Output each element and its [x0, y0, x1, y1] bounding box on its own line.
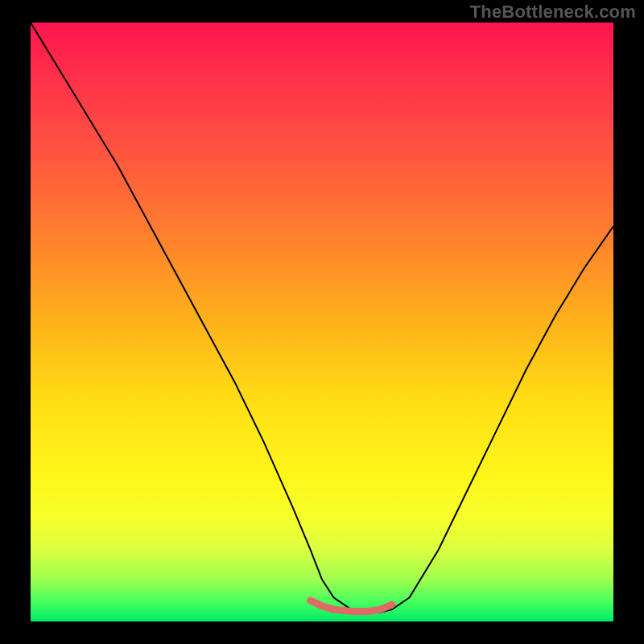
- bottleneck-curve: [31, 23, 613, 613]
- plot-overlay: [31, 23, 613, 621]
- optimal-range-marker: [311, 601, 392, 611]
- chart-frame: TheBottleneck.com: [0, 0, 644, 644]
- plot-area: [31, 23, 613, 621]
- watermark-text: TheBottleneck.com: [470, 2, 636, 23]
